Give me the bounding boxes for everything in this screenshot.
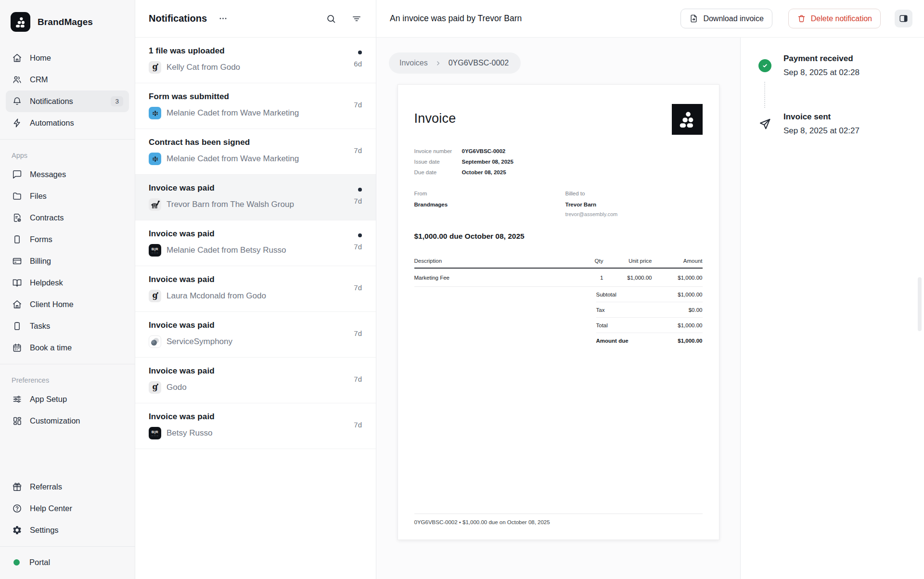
- notification-subtitle: Betsy Russo: [167, 428, 212, 438]
- timeline-connector: [764, 82, 765, 108]
- from-label: From: [414, 191, 565, 196]
- notification-subtitle: Melanie Cadet from Wave Marketing: [167, 108, 299, 118]
- sidebar-item-billing[interactable]: Billing: [6, 250, 129, 272]
- sidebar-item-home[interactable]: Home: [6, 47, 129, 69]
- total-row: Total$1,000.00: [596, 318, 703, 333]
- notification-detail-title: An invoice was paid by Trevor Barn: [390, 13, 522, 24]
- notification-row[interactable]: Contract has been signed Melanie Cadet f…: [135, 129, 376, 175]
- notification-row[interactable]: Invoice was paid g Laura Mcdonald from G…: [135, 266, 376, 312]
- toggle-side-panel-button[interactable]: [895, 10, 912, 27]
- due-date: October 08, 2025: [462, 169, 506, 175]
- sidebar-item-client-home[interactable]: Client Home: [6, 294, 129, 315]
- table-header-row: Description Qty Unit price Amount: [414, 258, 703, 269]
- walsh-group-logo: [149, 198, 161, 211]
- sidebar-item-portal[interactable]: Portal: [6, 552, 129, 573]
- notification-row[interactable]: Invoice was paid ServiceSymphony 7d: [135, 312, 376, 358]
- folder-icon: [12, 191, 22, 202]
- brand-header[interactable]: BrandMages: [6, 0, 129, 47]
- sidebar-item-label: Notifications: [30, 97, 73, 106]
- notification-time: 7d: [354, 101, 362, 109]
- notification-time: 7d: [354, 243, 362, 251]
- table-row: Marketing Fee 1 $1,000.00 $1,000.00: [414, 269, 703, 287]
- delete-notification-button[interactable]: Delete notification: [788, 9, 881, 28]
- layout-grid-icon: [12, 416, 22, 426]
- document-check-icon: [12, 213, 22, 223]
- home-icon: [12, 53, 22, 64]
- unread-dot: [358, 51, 362, 54]
- sidebar-item-help-center[interactable]: Help Center: [6, 498, 129, 519]
- notification-time: 7d: [354, 283, 362, 292]
- sidebar-item-contracts[interactable]: Contracts: [6, 207, 129, 229]
- sidebar-item-messages[interactable]: Messages: [6, 164, 129, 185]
- lightning-icon: [12, 118, 22, 129]
- sidebar-item-crm[interactable]: CRM: [6, 69, 129, 90]
- sidebar-divider: [0, 139, 135, 140]
- notification-row[interactable]: Form was submitted Melanie Cadet from Wa…: [135, 83, 376, 129]
- notification-time: 7d: [354, 421, 362, 429]
- users-icon: [12, 75, 22, 85]
- sidebar-item-referrals[interactable]: Referrals: [6, 476, 129, 498]
- notifications-count-badge: 3: [111, 96, 123, 107]
- sidebar-item-settings[interactable]: Settings: [6, 519, 129, 541]
- sidebar-item-helpdesk[interactable]: Helpdesk: [6, 272, 129, 294]
- chat-bubble-icon: [12, 169, 22, 180]
- sidebar-item-label: Referrals: [30, 482, 62, 491]
- breadcrumb-invoices-link[interactable]: Invoices: [399, 59, 428, 67]
- notification-time: 6d: [354, 60, 362, 68]
- trash-icon: [797, 14, 806, 23]
- sidebar-item-tasks[interactable]: Tasks: [6, 315, 129, 337]
- timeline-event-invoice-sent: Invoice sent Sep 8, 2025 at 02:27: [758, 112, 914, 136]
- sidebar-item-label: Automations: [30, 118, 74, 128]
- notification-row-selected[interactable]: Invoice was paid Trevor Barn from The Wa…: [135, 175, 376, 220]
- book-open-icon: [12, 278, 22, 288]
- preferences-section-label: Preferences: [6, 369, 129, 388]
- notification-row[interactable]: Invoice was paid B|R— — — Melanie Cadet …: [135, 220, 376, 266]
- wave-marketing-logo: [149, 107, 161, 119]
- sidebar-item-label: App Setup: [30, 395, 67, 404]
- invoice-meta-label: Issue date: [414, 159, 462, 165]
- sidebar-item-app-setup[interactable]: App Setup: [6, 388, 129, 410]
- breadcrumb-current: 0YG6VBSC-0002: [449, 59, 509, 67]
- subtotal-row: Subtotal$1,000.00: [596, 287, 703, 302]
- sidebar-divider: [0, 546, 135, 547]
- download-invoice-button[interactable]: Download invoice: [680, 9, 772, 28]
- billed-to-email: trevor@assembly.com: [565, 211, 618, 217]
- sidebar-item-label: Forms: [30, 235, 52, 244]
- notification-subtitle: Melanie Cadet from Betsy Russo: [167, 245, 286, 255]
- invoice-doc-title: Invoice: [414, 111, 456, 126]
- brandmages-invoice-logo: [672, 104, 703, 135]
- sidebar-item-book-a-time[interactable]: Book a time: [6, 337, 129, 359]
- sidebar-item-customization[interactable]: Customization: [6, 410, 129, 432]
- breadcrumb: Invoices 0YG6VBSC-0002: [389, 52, 521, 74]
- wave-marketing-logo: [149, 153, 161, 165]
- bell-icon: [12, 96, 22, 107]
- notification-row[interactable]: Invoice was paid g Godo 7d: [135, 358, 376, 403]
- invoice-meta: Invoice number 0YG6VBSC-0002 Issue date …: [414, 148, 703, 175]
- filter-icon[interactable]: [351, 13, 362, 24]
- unread-dot: [358, 233, 362, 237]
- notification-subtitle: Kelly Cat from Godo: [167, 63, 240, 72]
- gear-icon: [12, 525, 22, 536]
- sidebar-item-label: Contracts: [30, 213, 64, 222]
- invoice-meta-label: Due date: [414, 169, 462, 175]
- more-options-icon[interactable]: [217, 12, 230, 25]
- notification-time: 7d: [354, 146, 362, 154]
- notification-row[interactable]: 1 file was uploaded g Kelly Cat from God…: [135, 38, 376, 83]
- check-circle-icon: [758, 59, 771, 72]
- clipboard-icon: [12, 321, 22, 332]
- calendar-icon: [12, 343, 22, 353]
- issue-date: September 08, 2025: [462, 159, 513, 165]
- sidebar-item-label: Files: [30, 192, 47, 201]
- panel-right-icon: [898, 13, 909, 24]
- sidebar-item-automations[interactable]: Automations: [6, 112, 129, 134]
- sidebar-item-notifications[interactable]: Notifications 3: [6, 90, 129, 112]
- search-icon[interactable]: [326, 13, 336, 24]
- notification-row[interactable]: Invoice was paid B|R— — — Betsy Russo 7d: [135, 403, 376, 449]
- sidebar-item-files[interactable]: Files: [6, 185, 129, 207]
- betsy-russo-logo: B|R— — —: [149, 427, 161, 439]
- sidebar: BrandMages Home CRM Notifications 3 A: [0, 0, 135, 579]
- sidebar-item-forms[interactable]: Forms: [6, 229, 129, 250]
- scrollbar-thumb[interactable]: [918, 277, 922, 331]
- app-window: BrandMages Home CRM Notifications 3 A: [0, 0, 924, 579]
- sidebar-divider: [0, 364, 135, 364]
